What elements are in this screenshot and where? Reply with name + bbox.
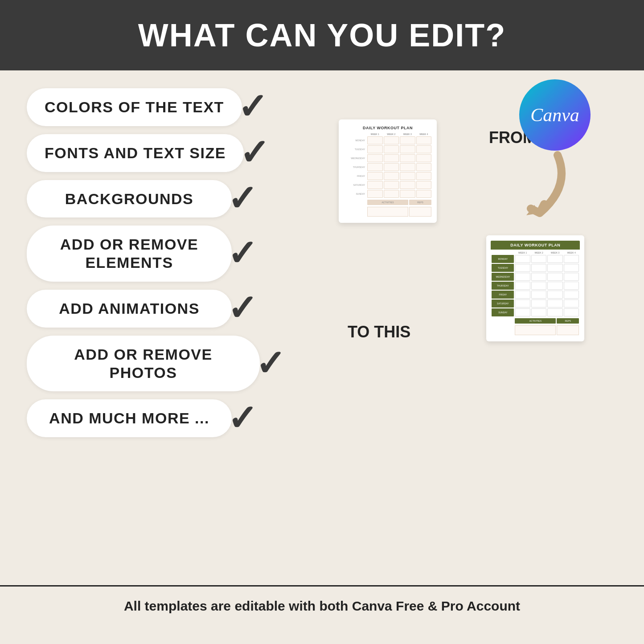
- table-row: TUESDAY: [344, 145, 431, 153]
- pill-colors: COLORS OF THE TEXT: [27, 88, 242, 126]
- checkmark-icon: ✓: [238, 89, 267, 125]
- checklist: COLORS OF THE TEXT ✓ FONTS AND TEXT SIZE…: [27, 88, 285, 576]
- pill-animations: ADD ANIMATIONS: [27, 290, 232, 328]
- table-row: SATURDAY: [492, 299, 579, 308]
- table-row: WEDNESDAY: [492, 273, 579, 281]
- checkmark-icon: ✓: [227, 236, 257, 271]
- to-this-label: TO THIS: [348, 323, 410, 341]
- checkmark-icon: ✓: [255, 346, 285, 381]
- card-after: DAILY WORKOUT PLAN WEEK 1 WEEK 2 WEEK 3 …: [486, 235, 584, 341]
- list-item: FONTS AND TEXT SIZE ✓: [27, 134, 285, 172]
- checkmark-icon: ✓: [227, 291, 257, 326]
- card-header-row: WEEK 1 WEEK 2 WEEK 3 WEEK 4: [344, 133, 431, 135]
- list-item: AND MUCH MORE ... ✓: [27, 399, 285, 437]
- main-content: COLORS OF THE TEXT ✓ FONTS AND TEXT SIZE…: [0, 70, 644, 585]
- table-row: SATURDAY: [344, 181, 431, 189]
- list-item: ADD OR REMOVEELEMENTS ✓: [27, 226, 285, 282]
- card-before: DAILY WORKOUT PLAN WEEK 1 WEEK 2 WEEK 3 …: [339, 119, 437, 223]
- canva-logo: Canva: [519, 79, 591, 151]
- table-row: FRIDAY: [344, 172, 431, 180]
- pill-elements: ADD OR REMOVEELEMENTS: [27, 226, 232, 282]
- table-row: SUNDAY: [492, 308, 579, 316]
- header: WHAT CAN YOU EDIT?: [0, 0, 644, 70]
- list-item: BACKGROUNDS ✓: [27, 180, 285, 218]
- pill-photos: ADD OR REMOVE PHOTOS: [27, 336, 260, 392]
- footer-text: All templates are editable with both Can…: [124, 599, 520, 614]
- card-footer-cells: [344, 207, 431, 217]
- card-header-row-green: WEEK 1 WEEK 2 WEEK 3 WEEK 4: [492, 251, 579, 254]
- pill-fonts: FONTS AND TEXT SIZE: [27, 134, 244, 172]
- checkmark-icon: ✓: [239, 135, 269, 171]
- table-row: FRIDAY: [492, 291, 579, 299]
- table-row: WEDNESDAY: [344, 154, 431, 162]
- pill-more: AND MUCH MORE ...: [27, 399, 232, 437]
- right-column: Canva DAILY WORKOUT PLAN WEEK 1 WEEK 2 W…: [285, 88, 617, 576]
- list-item: ADD OR REMOVE PHOTOS ✓: [27, 336, 285, 392]
- before-card-section: DAILY WORKOUT PLAN WEEK 1 WEEK 2 WEEK 3 …: [312, 119, 437, 223]
- pill-backgrounds: BACKGROUNDS: [27, 180, 232, 218]
- table-row: MONDAY: [492, 255, 579, 263]
- table-row: SUNDAY: [344, 190, 431, 198]
- checkmark-icon: ✓: [227, 181, 257, 217]
- card-after-title: DAILY WORKOUT PLAN: [491, 241, 580, 250]
- canva-text: Canva: [530, 104, 579, 126]
- table-row: TUESDAY: [492, 264, 579, 272]
- card-before-title: DAILY WORKOUT PLAN: [344, 126, 431, 130]
- card-footer-cells-green: [492, 325, 579, 335]
- page-title: WHAT CAN YOU EDIT?: [9, 17, 635, 53]
- list-item: COLORS OF THE TEXT ✓: [27, 88, 285, 126]
- table-row: THURSDAY: [344, 163, 431, 171]
- table-row: MONDAY: [344, 136, 431, 144]
- checkmark-icon: ✓: [227, 401, 257, 436]
- arrow-icon: [517, 151, 575, 222]
- list-item: ADD ANIMATIONS ✓: [27, 290, 285, 328]
- card-footer-row: ACTIVITIES REPS: [344, 200, 431, 205]
- table-row: THURSDAY: [492, 282, 579, 290]
- footer: All templates are editable with both Can…: [0, 585, 644, 625]
- card-footer-row-green: ACTIVITIES REPS: [492, 318, 579, 324]
